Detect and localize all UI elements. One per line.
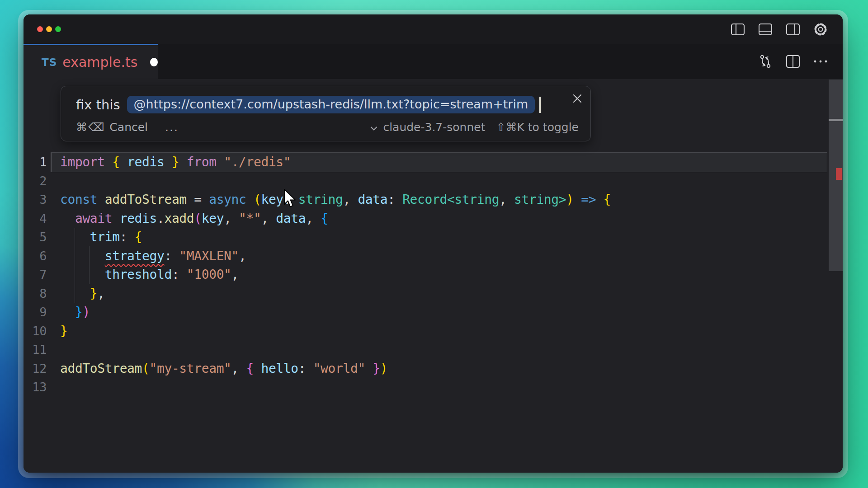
diff-changes-icon[interactable] bbox=[758, 54, 773, 69]
typescript-file-icon: TS bbox=[42, 56, 57, 68]
minimize-window-button[interactable] bbox=[46, 26, 52, 32]
code-line-11[interactable]: 11 bbox=[24, 340, 843, 359]
prompt-text: fix this bbox=[76, 97, 120, 113]
more-options-button[interactable]: ... bbox=[165, 121, 179, 134]
code-text: trim: { bbox=[47, 230, 843, 244]
code-text: }, bbox=[47, 286, 843, 301]
layout-sidebar-right-icon[interactable] bbox=[785, 22, 801, 37]
line-number: 3 bbox=[24, 192, 47, 206]
line-number: 1 bbox=[24, 155, 47, 169]
line-number: 8 bbox=[24, 286, 47, 300]
model-selector[interactable]: claude-3.7-sonnet bbox=[370, 121, 485, 134]
modified-indicator-dot[interactable] bbox=[150, 58, 158, 66]
line-number: 4 bbox=[24, 211, 47, 225]
layout-sidebar-left-icon[interactable] bbox=[730, 22, 745, 37]
line-number: 10 bbox=[24, 324, 47, 338]
overview-ruler-error-mark bbox=[836, 168, 842, 180]
window-titlebar[interactable] bbox=[24, 14, 843, 44]
overview-ruler-cursor-mark bbox=[829, 119, 843, 121]
code-text: strategy: "MAXLEN", bbox=[47, 249, 843, 263]
code-line-10[interactable]: 10} bbox=[24, 322, 843, 341]
editor-window: TS example.ts bbox=[24, 14, 843, 473]
text-caret bbox=[539, 97, 541, 113]
close-window-button[interactable] bbox=[37, 26, 43, 32]
zoom-window-button[interactable] bbox=[55, 26, 61, 32]
toggle-hint: ⇧⌘K to toggle bbox=[496, 121, 579, 134]
line-number: 5 bbox=[24, 230, 47, 244]
code-line-4[interactable]: 4 await redis.xadd(key, "*", data, { bbox=[24, 209, 843, 228]
code-line-12[interactable]: 12addToStream("my-stream", { hello: "wor… bbox=[24, 359, 843, 378]
code-text: addToStream("my-stream", { hello: "world… bbox=[47, 361, 843, 376]
close-icon[interactable] bbox=[571, 92, 584, 105]
line-number: 13 bbox=[24, 380, 47, 394]
model-name: claude-3.7-sonnet bbox=[383, 121, 485, 134]
line-number: 9 bbox=[24, 305, 47, 319]
chevron-down-icon bbox=[370, 121, 377, 134]
line-number: 11 bbox=[24, 343, 47, 357]
split-editor-icon[interactable] bbox=[785, 54, 801, 69]
code-line-8[interactable]: 8 }, bbox=[24, 284, 843, 303]
line-number: 6 bbox=[24, 249, 47, 263]
code-line-5[interactable]: 5 trim: { bbox=[24, 228, 843, 247]
settings-gear-icon[interactable] bbox=[813, 22, 828, 37]
code-lines: 1import { redis } from "./redis"23const … bbox=[24, 153, 843, 397]
layout-panel-bottom-icon[interactable] bbox=[758, 22, 773, 37]
cancel-button[interactable]: Cancel bbox=[109, 121, 148, 134]
code-line-6[interactable]: 6 strategy: "MAXLEN", bbox=[24, 247, 843, 266]
code-text: const addToStream = async (key: string, … bbox=[47, 192, 843, 207]
code-line-7[interactable]: 7 threshold: "1000", bbox=[24, 265, 843, 284]
more-actions-icon[interactable] bbox=[813, 54, 828, 69]
code-line-2[interactable]: 2 bbox=[24, 172, 843, 191]
tab-bar: TS example.ts bbox=[24, 44, 843, 79]
line-number: 7 bbox=[24, 267, 47, 282]
code-text: await redis.xadd(key, "*", data, { bbox=[47, 211, 843, 226]
code-line-9[interactable]: 9 }) bbox=[24, 303, 843, 322]
prompt-input[interactable]: fix this @https://context7.com/upstash-r… bbox=[76, 96, 563, 113]
traffic-lights bbox=[24, 26, 61, 32]
code-text: threshold: "1000", bbox=[47, 267, 843, 282]
code-text: }) bbox=[47, 305, 843, 319]
context-mention-pill[interactable]: @https://context7.com/upstash-redis/llm.… bbox=[127, 96, 535, 113]
inline-ai-prompt: fix this @https://context7.com/upstash-r… bbox=[61, 86, 591, 141]
line-number: 2 bbox=[24, 174, 47, 188]
code-text: } bbox=[47, 324, 843, 338]
line-number: 12 bbox=[24, 361, 47, 375]
code-line-3[interactable]: 3const addToStream = async (key: string,… bbox=[24, 190, 843, 209]
tab-example-ts[interactable]: TS example.ts bbox=[24, 44, 158, 79]
code-line-1[interactable]: 1import { redis } from "./redis" bbox=[24, 153, 843, 172]
tab-filename: example.ts bbox=[62, 54, 137, 70]
cancel-shortcut: ⌘⌫ bbox=[76, 121, 105, 134]
code-line-13[interactable]: 13 bbox=[24, 378, 843, 397]
code-text: import { redis } from "./redis" bbox=[47, 155, 843, 169]
code-editor[interactable]: 1import { redis } from "./redis"23const … bbox=[24, 79, 843, 473]
